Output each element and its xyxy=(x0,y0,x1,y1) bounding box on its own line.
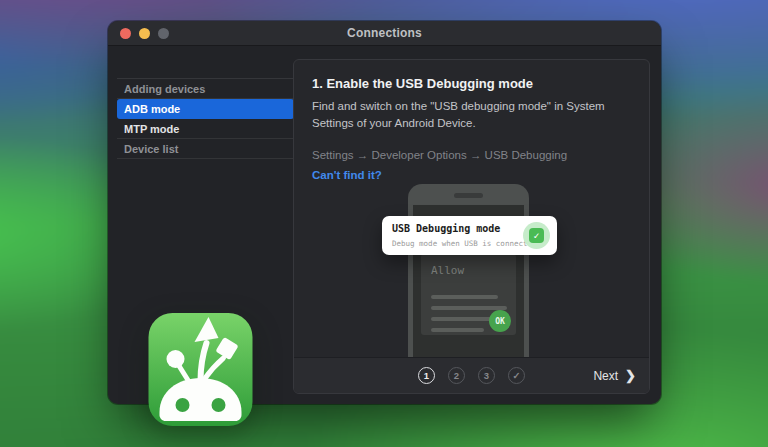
sidebar-item-label: MTP mode xyxy=(124,123,179,135)
phone-illustration: Allow OK xyxy=(408,184,529,359)
ok-button: OK xyxy=(489,310,511,332)
minimize-button[interactable] xyxy=(139,28,150,39)
checkbox-halo: ✓ xyxy=(523,222,550,249)
phone-earpiece xyxy=(454,193,483,198)
step-indicators: 1 2 3 ✓ xyxy=(418,367,525,384)
next-label: Next xyxy=(593,369,618,383)
sidebar-item-mtp-mode[interactable]: MTP mode xyxy=(117,119,294,139)
step-indicator-done: ✓ xyxy=(508,367,525,384)
sidebar-item-label: ADB mode xyxy=(124,103,180,115)
sidebar-item-label: Device list xyxy=(124,143,178,155)
checkbox-checked-icon: ✓ xyxy=(529,228,544,243)
phone-dialog: Allow OK xyxy=(421,254,516,335)
usb-app-icon xyxy=(148,313,253,426)
check-icon: ✓ xyxy=(513,371,521,381)
zoom-button[interactable] xyxy=(158,28,169,39)
cant-find-it-link[interactable]: Can't find it? xyxy=(312,169,635,181)
wizard-footer: 1 2 3 ✓ Next ❯ xyxy=(294,357,649,393)
titlebar[interactable]: Connections xyxy=(108,21,661,46)
window-title: Connections xyxy=(347,26,422,40)
popup-title: USB Debugging mode xyxy=(392,223,500,234)
dialog-text-line xyxy=(431,328,484,332)
sidebar-item-adding-devices[interactable]: Adding devices xyxy=(117,79,294,99)
step-indicator-3: 3 xyxy=(478,367,495,384)
step-indicator-1: 1 xyxy=(418,367,435,384)
desktop: Connections Adding devices ADB mode MTP … xyxy=(0,0,768,447)
step-description: Find and switch on the "USB debugging mo… xyxy=(312,98,635,133)
sidebar-item-device-list[interactable]: Device list xyxy=(117,139,294,159)
settings-path: Settings → Developer Options → USB Debug… xyxy=(312,149,635,161)
next-button[interactable]: Next ❯ xyxy=(593,358,636,393)
sidebar-item-adb-mode[interactable]: ADB mode xyxy=(117,99,294,119)
allow-label: Allow xyxy=(431,264,464,277)
usb-debugging-popup: USB Debugging mode Debug mode when USB i… xyxy=(382,216,557,255)
close-button[interactable] xyxy=(120,28,131,39)
step-indicator-2: 2 xyxy=(448,367,465,384)
dialog-text-line xyxy=(431,295,498,299)
step-heading: 1. Enable the USB Debugging mode xyxy=(312,76,635,91)
popup-subtitle: Debug mode when USB is connected xyxy=(392,239,537,248)
chevron-right-icon: ❯ xyxy=(625,368,636,383)
sidebar-item-label: Adding devices xyxy=(124,83,205,95)
main-panel: 1. Enable the USB Debugging mode Find an… xyxy=(293,59,650,394)
step-content: 1. Enable the USB Debugging mode Find an… xyxy=(294,60,649,181)
window-controls xyxy=(120,21,169,45)
dialog-text-line xyxy=(431,306,507,310)
